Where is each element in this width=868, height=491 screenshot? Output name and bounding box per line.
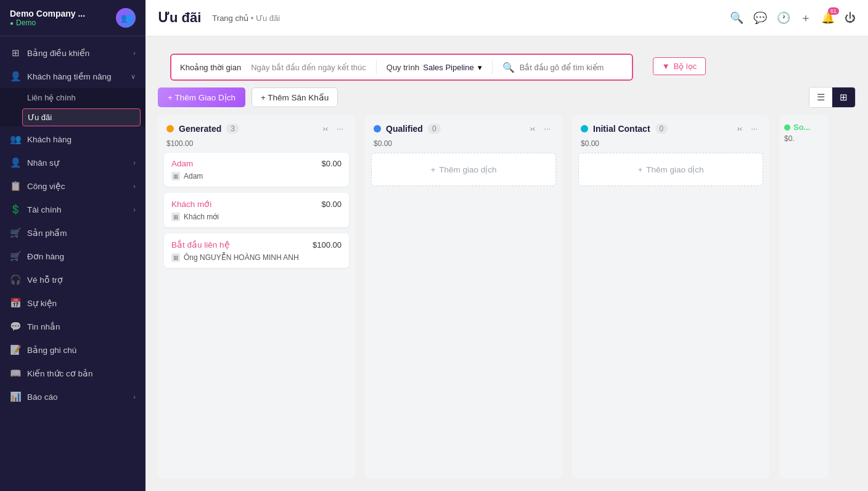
sidebar-item-finance[interactable]: 💲 Tài chính ›	[0, 198, 145, 221]
column-actions: ›‹ ···	[734, 123, 761, 134]
column-menu-button[interactable]: ···	[748, 123, 761, 134]
column-dot-qualified	[374, 125, 381, 132]
plus-icon[interactable]: ＋	[800, 10, 811, 25]
sidebar-item-staff[interactable]: 👤 Nhân sự ›	[0, 151, 145, 174]
sidebar-item-label: Công việc	[27, 181, 65, 191]
messages-icon: 💬	[10, 321, 21, 332]
clock-icon[interactable]: 🕐	[777, 11, 790, 25]
column-expand-button[interactable]: ›‹	[526, 123, 538, 134]
sidebar-item-products[interactable]: 🛒 Sản phẩm	[0, 221, 145, 245]
staff-icon: 👤	[10, 157, 21, 168]
deal-contact-adam: ▦ Adam	[171, 172, 342, 181]
sidebar-header: Demo Company ... Demo 👥	[0, 0, 145, 36]
chevron-icon: ›	[133, 159, 136, 166]
pipeline-value[interactable]: Sales Pipeline	[423, 63, 473, 72]
chevron-icon: ›	[133, 393, 136, 400]
customers-icon: 👥	[10, 134, 21, 145]
column-expand-button[interactable]: ›‹	[734, 123, 745, 134]
sidebar-item-support[interactable]: 🎧 Vé hỗ trợ	[0, 268, 145, 291]
sidebar-item-events[interactable]: 📅 Sự kiện	[0, 291, 145, 315]
column-menu-button[interactable]: ···	[541, 123, 554, 134]
filter-button[interactable]: ▼ Bộ lọc	[653, 57, 706, 75]
sidebar-item-label: Tin nhắn	[27, 322, 60, 331]
add-deal-label: + Thêm Giao Dịch	[168, 92, 235, 102]
column-actions: ›‹ ···	[319, 123, 346, 134]
sidebar-item-label: Báo cáo	[27, 392, 58, 402]
sidebar-item-messages[interactable]: 💬 Tin nhắn	[0, 315, 145, 338]
kanban-view-button[interactable]: ⊞	[832, 87, 855, 107]
add-deal-initial[interactable]: + Thêm giao dịch	[578, 153, 763, 186]
company-info: Demo Company ... Demo	[10, 9, 85, 27]
filter-icon: ▼	[662, 62, 670, 71]
deal-name-adam[interactable]: Adam	[171, 159, 193, 168]
column-body-initial: + Thêm giao dịch	[572, 153, 769, 479]
add-deal-button[interactable]: + Thêm Giao Dịch	[158, 87, 245, 107]
sidebar-item-notes[interactable]: 📝 Bảng ghi chú	[0, 338, 145, 362]
column-amount-generated: $100.00	[158, 139, 355, 153]
column-count-generated: 3	[226, 124, 239, 134]
sidebar-item-label: Khách hàng tiềm năng	[27, 71, 112, 81]
breadcrumb-current: Ưu đãi	[256, 14, 280, 23]
sidebar-item-customers[interactable]: 👥 Khách hàng	[0, 128, 145, 151]
period-value[interactable]: Ngày bắt đầu đến ngày kết thúc	[251, 63, 366, 72]
partial-amount: $0.	[784, 134, 824, 143]
sidebar-item-dashboard[interactable]: ⊞ Bảng điều khiển ›	[0, 41, 145, 65]
customers-potential-icon: 👤	[10, 71, 21, 82]
sidebar: Demo Company ... Demo 👥 ⊞ Bảng điều khiể…	[0, 0, 145, 491]
sidebar-item-orders[interactable]: 🛒 Đơn hàng	[0, 245, 145, 268]
add-stage-label: + Thêm Sân Khấu	[261, 92, 329, 102]
column-body-qualified: + Thêm giao dịch	[365, 153, 562, 479]
sidebar-nav: ⊞ Bảng điều khiển › 👤 Khách hàng tiềm nă…	[0, 36, 145, 491]
sidebar-item-label: Bảng ghi chú	[27, 345, 76, 355]
add-deal-label: Thêm giao dịch	[646, 164, 703, 174]
deal-card-header: Bắt đầu liên hệ $100.00	[171, 240, 342, 250]
search-icon[interactable]: 🔍	[730, 11, 743, 25]
search-input[interactable]	[520, 63, 623, 72]
sidebar-item-tasks[interactable]: 📋 Công việc ›	[0, 174, 145, 198]
contact-name-bat-dau: Ông NGUYỄN HOÀNG MINH ANH	[184, 253, 299, 262]
sidebar-item-contacts[interactable]: Liên hệ chính	[0, 88, 145, 107]
sidebar-item-label: Kiến thức cơ bản	[27, 368, 93, 378]
sidebar-item-label: Nhân sự	[27, 158, 59, 168]
kanban-column-generated: Generated 3 ›‹ ··· $100.00 Adam $0.00 ▦	[158, 115, 355, 479]
breadcrumb-home[interactable]: Trang chủ	[212, 14, 248, 23]
deal-card-header: Adam $0.00	[171, 159, 342, 168]
column-expand-button[interactable]: ›‹	[319, 123, 331, 134]
column-amount-qualified: $0.00	[365, 139, 562, 153]
search-icon: 🔍	[502, 62, 515, 73]
column-body-generated: Adam $0.00 ▦ Adam Khách mới $0.00 ▦	[158, 153, 355, 479]
sidebar-item-knowledge[interactable]: 📖 Kiến thức cơ bản	[0, 362, 145, 385]
list-view-button[interactable]: ☰	[809, 87, 832, 107]
plus-icon: +	[637, 165, 642, 174]
sidebar-item-deals[interactable]: Ưu đãi	[22, 108, 141, 126]
deal-amount-adam: $0.00	[321, 159, 342, 168]
deal-amount-khach-moi: $0.00	[321, 200, 342, 209]
contact-icon: ▦	[171, 213, 180, 221]
knowledge-icon: 📖	[10, 368, 21, 379]
deal-contact-bat-dau: ▦ Ông NGUYỄN HOÀNG MINH ANH	[171, 253, 342, 262]
power-icon[interactable]: ⏻	[845, 12, 856, 25]
company-logo-icon[interactable]: 👥	[116, 8, 136, 28]
reports-icon: 📊	[10, 391, 21, 402]
chevron-icon: ›	[133, 182, 136, 190]
column-menu-button[interactable]: ···	[334, 123, 346, 134]
bell-icon[interactable]: 🔔 61	[821, 11, 835, 25]
nav-sub-menu: Liên hệ chính Ưu đãi	[0, 88, 145, 126]
sidebar-item-label: Khách hàng	[27, 135, 72, 144]
add-deal-qualified[interactable]: + Thêm giao dịch	[371, 153, 556, 186]
deal-contact-khach-moi: ▦ Khách mới	[171, 213, 342, 221]
column-header-generated: Generated 3 ›‹ ···	[158, 115, 355, 139]
deal-name-khach-moi[interactable]: Khách mới	[171, 199, 211, 209]
contact-icon: ▦	[171, 172, 180, 181]
kanban-column-initial-contact: Initial Contact 0 ›‹ ··· $0.00 + Thêm gi…	[572, 115, 769, 479]
add-stage-button[interactable]: + Thêm Sân Khấu	[252, 87, 338, 107]
column-count-initial: 0	[655, 124, 668, 134]
deal-card-adam: Adam $0.00 ▦ Adam	[164, 153, 349, 187]
sidebar-item-customers-potential[interactable]: 👤 Khách hàng tiềm năng ∨	[0, 65, 145, 88]
notes-icon: 📝	[10, 344, 21, 355]
filter-divider	[376, 60, 377, 75]
deal-name-bat-dau[interactable]: Bắt đầu liên hệ	[171, 240, 230, 250]
chat-icon[interactable]: 💬	[753, 11, 767, 25]
pipeline-dropdown-icon[interactable]: ▾	[478, 63, 482, 72]
sidebar-item-reports[interactable]: 📊 Báo cáo ›	[0, 385, 145, 408]
